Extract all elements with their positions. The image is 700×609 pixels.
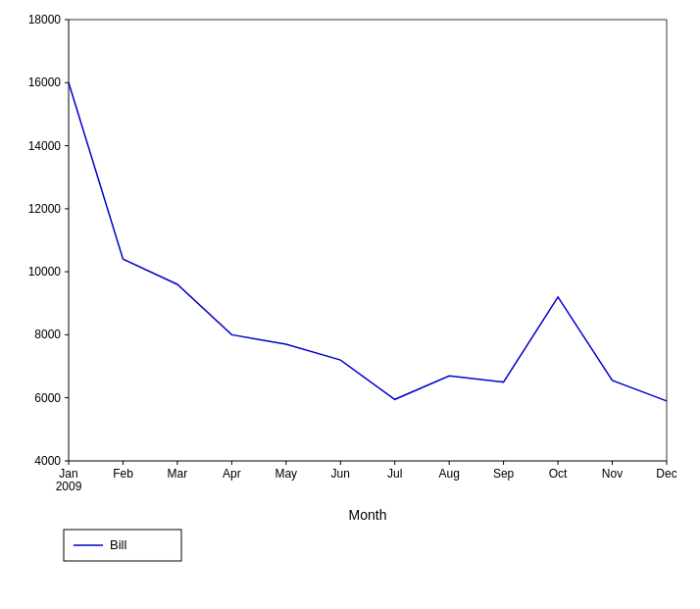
x-label-dec: Dec (656, 467, 676, 481)
y-label-16000: 16000 (28, 76, 62, 89)
chart-container: 4000 6000 8000 10000 12000 14000 16000 1… (0, 0, 700, 609)
y-label-10000: 10000 (28, 265, 62, 279)
x-label-feb: Feb (113, 467, 133, 481)
x-label-apr: Apr (223, 467, 241, 481)
x-label-oct: Oct (549, 467, 568, 481)
x-label-jul: Jul (387, 467, 402, 481)
x-label-jun: Jun (331, 467, 350, 481)
y-label-14000: 14000 (28, 139, 62, 153)
x-label-nov: Nov (602, 467, 623, 481)
y-label-12000: 12000 (28, 202, 62, 216)
x-label-sep: Sep (493, 467, 515, 481)
x-label-aug: Aug (439, 467, 460, 481)
x-label-jan: Jan (59, 467, 77, 481)
y-label-6000: 6000 (34, 391, 61, 405)
y-label-4000: 4000 (34, 454, 61, 468)
line-chart: 4000 6000 8000 10000 12000 14000 16000 1… (0, 0, 700, 609)
legend-label: Bill (110, 537, 126, 552)
y-label-8000: 8000 (34, 328, 61, 341)
x-label-may: May (275, 467, 297, 481)
y-label-18000: 18000 (28, 13, 62, 26)
x-label-2009: 2009 (56, 480, 82, 493)
x-axis-label: Month (349, 507, 387, 523)
x-label-mar: Mar (168, 467, 188, 481)
